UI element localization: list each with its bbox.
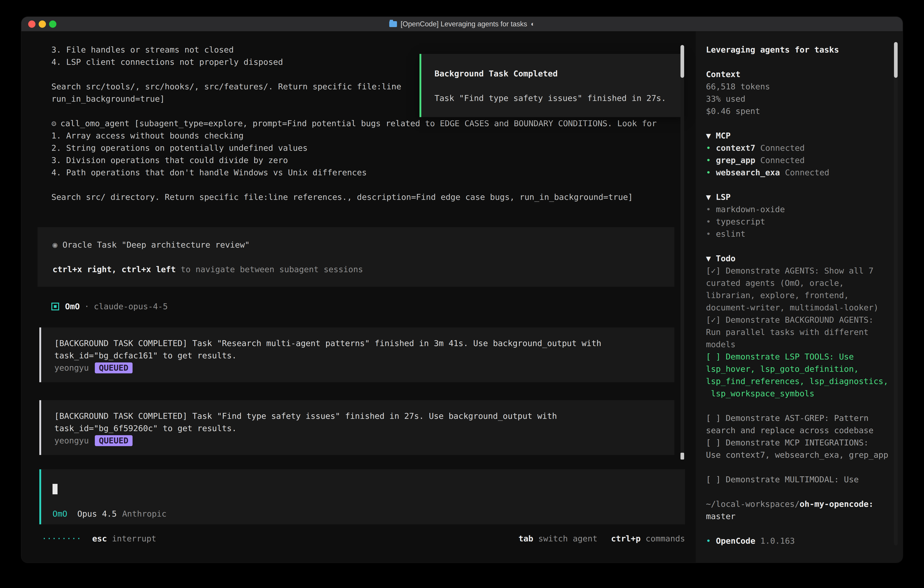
zoom-button[interactable] <box>49 20 56 28</box>
terminal-line <box>51 179 657 191</box>
toast-title: Background Task Completed <box>434 68 683 80</box>
mcp-item: •websearch_exaConnected <box>706 167 903 179</box>
ctrlp-key-label: commands <box>646 532 685 545</box>
oracle-icon: ◉ <box>53 240 58 249</box>
lsp-item: •typescript <box>706 216 903 228</box>
app-version: 1.0.163 <box>760 536 795 545</box>
terminal-line: Search src/ directory. Return specific f… <box>51 191 657 203</box>
lsp-section-heading[interactable]: ▼ LSP <box>706 191 903 203</box>
folder-icon <box>389 21 397 27</box>
terminal-line: 3. Division operations that could divide… <box>51 154 657 167</box>
agent-separator: · <box>84 301 89 313</box>
context-heading: Context <box>706 68 903 81</box>
todo-item: [ ] Demonstrate MCP INTEGRATIONS: Use co… <box>706 436 903 461</box>
tab-key-label: switch agent <box>538 532 597 545</box>
lsp-name: eslint <box>716 229 746 238</box>
mcp-status: Connected <box>760 143 805 153</box>
message-meta-line: yeongyuQUEUED <box>54 362 674 374</box>
workspace-path: ~/local-workspaces/oh-my-opencode: <box>706 498 903 510</box>
context-spent: $0.46 spent <box>706 105 903 117</box>
close-button[interactable] <box>28 20 35 28</box>
workspace-path-name: oh-my-opencode: <box>800 499 873 509</box>
esc-key-hint: esc <box>92 532 107 545</box>
context-tokens: 66,518 tokens <box>706 81 903 93</box>
esc-key-label: interrupt <box>112 532 156 545</box>
lsp-name: markdown-oxide <box>716 205 785 214</box>
lsp-name: typescript <box>716 217 765 226</box>
message-line: [BACKGROUND TASK COMPLETED] Task "Find t… <box>54 410 674 422</box>
mcp-name: context7 <box>716 143 755 153</box>
input-agent-name: OmO <box>53 508 67 520</box>
agent-model: claude-opus-4-5 <box>94 301 168 313</box>
moon-icon: ◐ <box>531 20 535 28</box>
activity-dots: ········ <box>42 532 81 545</box>
sidebar-scrollbar-track[interactable] <box>894 42 898 545</box>
input-model-name: Opus 4.5 <box>77 508 117 520</box>
main-scrollbar-end-marker <box>680 453 684 459</box>
sidebar-scrollbar-thumb[interactable] <box>894 42 898 78</box>
status-bar-right: tab switch agent ctrl+p commands <box>518 532 685 545</box>
version-line: •OpenCode1.0.163 <box>706 535 903 547</box>
mcp-status: Connected <box>760 155 805 165</box>
mcp-section-heading[interactable]: ▼ MCP <box>706 130 903 142</box>
gear-icon: ⚙ <box>51 119 56 128</box>
todo-item: [✓] Demonstrate BACKGROUND AGENTS: Run p… <box>706 314 903 351</box>
main-scrollbar-thumb[interactable] <box>680 45 684 78</box>
toast-spacer <box>434 80 683 92</box>
terminal-main-pane: 3. File handles or streams not closed 4.… <box>21 31 696 563</box>
agent-name: OmO <box>65 301 80 313</box>
todo-section-heading[interactable]: ▼ Todo <box>706 253 903 265</box>
terminal-line: 2. String operations on potentially unde… <box>51 142 657 154</box>
oracle-title-line: ◉Oracle Task "Deep architecture review" <box>53 239 674 251</box>
mcp-item: •grep_appConnected <box>706 154 903 167</box>
queued-badge: QUEUED <box>95 435 132 446</box>
todo-item-active: [ ] Demonstrate LSP TOOLS: Use lsp_hover… <box>706 351 903 400</box>
bullet-icon: • <box>706 536 711 545</box>
todo-item: [✓] Demonstrate AGENTS: Show all 7 curat… <box>706 265 903 314</box>
window-title-group: [OpenCode] Leveraging agents for tasks ◐ <box>389 20 535 28</box>
background-task-message: [BACKGROUND TASK COMPLETED] Task "Resear… <box>40 327 674 382</box>
message-line: task_id="bg_6f59260c" to get results. <box>54 422 674 434</box>
status-dot-icon: • <box>706 143 711 153</box>
message-line: [BACKGROUND TASK COMPLETED] Task "Resear… <box>54 337 674 350</box>
terminal-line: 1. Array access without bounds checking <box>51 130 657 142</box>
input-provider-name: Anthropic <box>122 508 167 520</box>
todo-item: [ ] Demonstrate AST-GREP: Pattern search… <box>706 412 903 436</box>
oracle-hint-keys: ctrl+x right, ctrl+x left <box>53 265 176 274</box>
oracle-task-panel: ◉Oracle Task "Deep architecture review" … <box>38 227 674 287</box>
oracle-spacer <box>53 251 674 263</box>
terminal-line: 4. Path operations that don't handle Win… <box>51 167 657 179</box>
status-bar: ········ esc interrupt tab switch agent … <box>42 532 685 545</box>
background-task-toast[interactable]: Background Task Completed Task "Find typ… <box>419 54 683 117</box>
message-meta-line: yeongyuQUEUED <box>54 434 674 447</box>
tab-key-hint: tab <box>518 532 533 545</box>
terminal-window: [OpenCode] Leveraging agents for tasks ◐… <box>21 17 903 563</box>
minimize-button[interactable] <box>39 20 46 28</box>
desktop: [OpenCode] Leveraging agents for tasks ◐… <box>0 0 924 588</box>
oracle-hint-text: to navigate between subagent sessions <box>181 265 363 274</box>
status-dot-icon: • <box>706 168 711 177</box>
mcp-status: Connected <box>785 168 829 177</box>
toast-body: Task "Find type safety issues" finished … <box>434 92 683 104</box>
input-footer: OmO Opus 4.5 Anthropic <box>53 508 167 520</box>
status-dot-icon: • <box>706 155 711 165</box>
queued-badge: QUEUED <box>95 362 132 373</box>
mcp-name: websearch_exa <box>716 168 780 177</box>
workspace-branch: master <box>706 510 903 522</box>
sidebar: Leveraging agents for tasks Context 66,5… <box>696 31 903 563</box>
workspace-path-prefix: ~/local-workspaces/ <box>706 499 800 509</box>
prompt-input[interactable]: OmO Opus 4.5 Anthropic <box>40 469 685 524</box>
tool-call-text: call_omo_agent [subagent_type=explore, p… <box>61 119 657 128</box>
context-used: 33% used <box>706 93 903 105</box>
traffic-lights <box>28 17 56 31</box>
ctrlp-key-hint: ctrl+p <box>611 532 641 545</box>
agent-session-header: OmO · claude-opus-4-5 <box>51 301 168 313</box>
message-author: yeongyu <box>54 363 89 372</box>
mcp-item: •context7Connected <box>706 142 903 154</box>
background-task-message: [BACKGROUND TASK COMPLETED] Task "Find t… <box>40 400 674 455</box>
main-scrollbar-track[interactable] <box>680 45 684 459</box>
todo-item: [ ] Demonstrate MULTIMODAL: Use <box>706 473 903 486</box>
text-cursor <box>53 484 58 494</box>
mcp-name: grep_app <box>716 155 755 165</box>
lsp-item: •markdown-oxide <box>706 203 903 216</box>
